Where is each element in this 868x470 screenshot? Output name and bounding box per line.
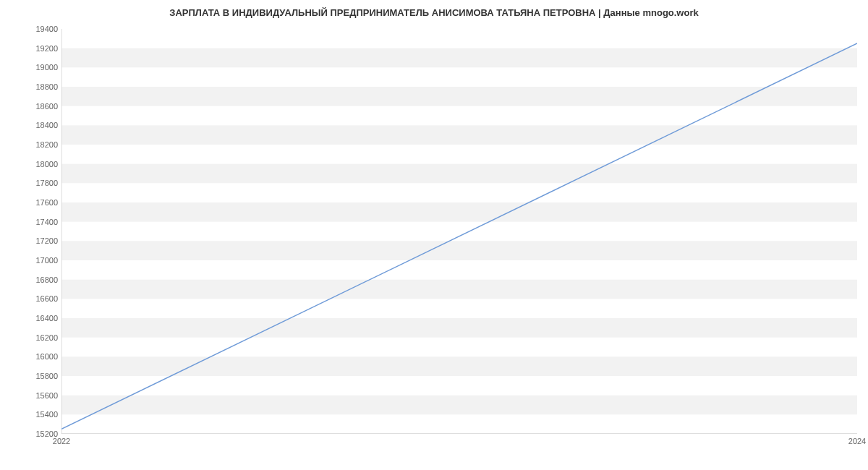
x-tick-label: 2022 [53,437,70,445]
salary-line-chart: ЗАРПЛАТА В ИНДИВИДУАЛЬНЫЙ ПРЕДПРИНИМАТЕЛ… [0,0,868,470]
y-tick-label: 17800 [7,179,58,187]
y-tick-label: 17000 [7,256,58,265]
y-tick-label: 16400 [7,314,58,322]
svg-rect-0 [61,396,857,415]
svg-rect-9 [61,48,857,68]
svg-rect-7 [61,125,857,145]
y-tick-label: 15200 [7,430,58,438]
y-tick-label: 18600 [7,102,58,111]
y-tick-label: 18200 [7,140,58,149]
plot-area [61,29,857,434]
y-tick-label: 16800 [7,275,58,284]
y-tick-label: 16200 [7,333,58,342]
svg-rect-1 [61,356,857,376]
y-tick-label: 19400 [7,25,58,33]
svg-rect-8 [61,87,857,106]
svg-rect-6 [61,164,857,184]
y-tick-label: 16000 [7,352,58,361]
y-tick-label: 15800 [7,372,58,380]
y-tick-label: 19000 [7,63,58,72]
svg-rect-5 [61,202,857,222]
y-tick-label: 17200 [7,236,58,245]
y-tick-label: 16600 [7,294,58,303]
x-tick-label: 2024 [848,437,866,445]
y-tick-label: 15400 [7,410,58,419]
svg-rect-2 [61,318,857,338]
y-tick-label: 18400 [7,121,58,129]
y-tick-label: 18800 [7,82,58,91]
plot-svg [61,29,857,434]
svg-rect-4 [61,241,857,260]
y-tick-label: 15600 [7,391,58,400]
y-tick-label: 17600 [7,198,58,207]
svg-rect-3 [61,280,857,299]
y-tick-label: 17400 [7,218,58,226]
y-tick-label: 19200 [7,44,58,53]
chart-title: ЗАРПЛАТА В ИНДИВИДУАЛЬНЫЙ ПРЕДПРИНИМАТЕЛ… [0,7,868,18]
y-tick-label: 18000 [7,160,58,168]
